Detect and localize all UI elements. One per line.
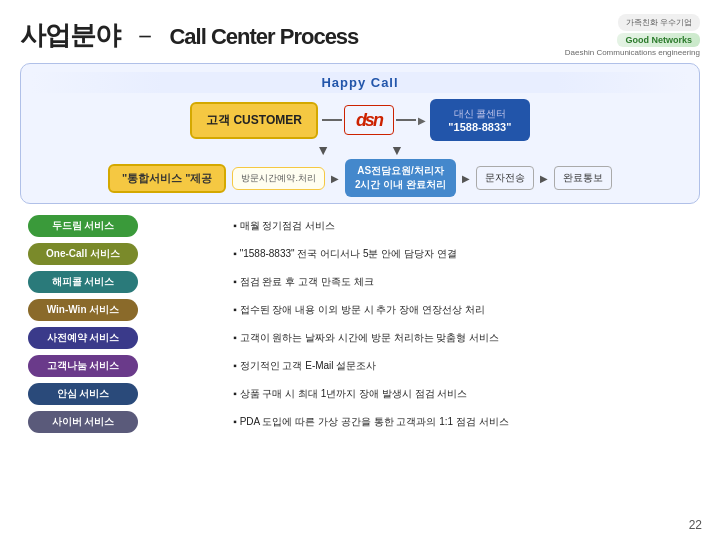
arrow-small: ▶ [331, 173, 339, 184]
visit-label: 방문시간예약.처리 [241, 172, 316, 185]
header: 사업분야 － Call Center Process 가족친화 우수기업 Goo… [20, 14, 700, 57]
service-desc: ▪ 매월 정기점검 서비스 [225, 212, 700, 240]
main-page: 사업분야 － Call Center Process 가족친화 우수기업 Goo… [0, 0, 720, 540]
table-row: One-Call 서비스 ▪ "1588-8833" 전국 어디서나 5분 안에… [20, 240, 700, 268]
line-left [322, 119, 342, 121]
service-desc: ▪ 정기적인 고객 E-Mail 설문조사 [225, 352, 700, 380]
service-desc: ▪ 고객이 원하는 날짜와 시간에 방문 처리하는 맞춤형 서비스 [225, 324, 700, 352]
callcenter-number: "1588-8833" [442, 121, 518, 133]
title-subtitle: Call Center Process [169, 24, 358, 49]
line-right [396, 119, 416, 121]
service-name: One-Call 서비스 [28, 243, 138, 265]
customer-label: 고객 CUSTOMER [206, 112, 302, 129]
good-networks-logo: Good Networks [617, 33, 700, 47]
callcenter-box: 대신 콜센터 "1588-8833" [430, 99, 530, 141]
as-line2: 2시간 이내 완료처리 [355, 178, 446, 192]
title-dash: － [132, 20, 157, 50]
table-row: Win-Win 서비스 ▪ 접수된 장애 내용 이외 방문 시 추가 장애 연장… [20, 296, 700, 324]
as-line1: AS전담요원/처리자 [355, 164, 446, 178]
table-row: 두드림 서비스 ▪ 매월 정기점검 서비스 [20, 212, 700, 240]
service-name: Win-Win 서비스 [28, 299, 138, 321]
wanryo-label: 완료통보 [563, 171, 603, 185]
service-box: "통합서비스 "제공 [108, 164, 227, 193]
down-arrow-left: ▼ [316, 143, 330, 157]
service-name: 사이버 서비스 [28, 411, 138, 433]
wanryo-box: 완료통보 [554, 166, 612, 190]
service-desc: ▪ PDA 도입에 따른 가상 공간을 통한 고객과의 1:1 점검 서비스 [225, 408, 700, 436]
page-number: 22 [689, 518, 702, 532]
table-row: 안심 서비스 ▪ 상품 구매 시 최대 1년까지 장애 발생시 점검 서비스 [20, 380, 700, 408]
down-arrows: ▼ ▼ [31, 143, 689, 157]
service-desc: ▪ 접수된 장애 내용 이외 방문 시 추가 장애 연장선상 처리 [225, 296, 700, 324]
logo-top-label: 가족친화 우수기업 [618, 14, 700, 31]
arrow-row: dsn ▶ [322, 105, 426, 135]
happy-call-container: Happy Call 고객 CUSTOMER dsn ▶ 대신 콜센터 "158… [20, 63, 700, 204]
munja-label: 문자전송 [485, 171, 525, 185]
table-row: 고객나눔 서비스 ▪ 정기적인 고객 E-Mail 설문조사 [20, 352, 700, 380]
table-row: 해피콜 서비스 ▪ 점검 완료 후 고객 만족도 체크 [20, 268, 700, 296]
as-box: AS전담요원/처리자 2시간 이내 완료처리 [345, 159, 456, 197]
visit-time-box: 방문시간예약.처리 [232, 167, 325, 190]
service-name: 사전예약 서비스 [28, 327, 138, 349]
service-name: 두드림 서비스 [28, 215, 138, 237]
service-desc: ▪ 점검 완료 후 고객 만족도 체크 [225, 268, 700, 296]
munja-box: 문자전송 [476, 166, 534, 190]
dsn-text: dsn [356, 110, 382, 131]
service-name: 안심 서비스 [28, 383, 138, 405]
table-row: 사이버 서비스 ▪ PDA 도입에 따른 가상 공간을 통한 고객과의 1:1 … [20, 408, 700, 436]
happy-call-title: Happy Call [31, 72, 689, 93]
service-desc: ▪ 상품 구매 시 최대 1년까지 장애 발생시 점검 서비스 [225, 380, 700, 408]
service-desc: ▪ "1588-8833" 전국 어디서나 5분 안에 담당자 연결 [225, 240, 700, 268]
service-table: 두드림 서비스 ▪ 매월 정기점검 서비스 One-Call 서비스 ▪ "15… [20, 212, 700, 436]
callcenter-label: 대신 콜센터 [442, 107, 518, 121]
logo-area: 가족친화 우수기업 Good Networks Daeshin Communic… [565, 14, 700, 57]
daeshin-label: Daeshin Communications engineering [565, 48, 700, 57]
flow-bottom-row: "통합서비스 "제공 방문시간예약.처리 ▶ AS전담요원/처리자 2시간 이내… [31, 159, 689, 197]
visit-section: 방문시간예약.처리 [232, 167, 325, 190]
down-arrow-right: ▼ [390, 143, 404, 157]
arrow-section: dsn ▶ [322, 105, 426, 135]
arrow-right-icon: ▶ [418, 115, 426, 126]
dsn-logo: dsn [344, 105, 394, 135]
page-title: 사업분야 － Call Center Process [20, 18, 358, 53]
flow-top-row: 고객 CUSTOMER dsn ▶ 대신 콜센터 "1588-8833" [31, 99, 689, 141]
service-name: 해피콜 서비스 [28, 271, 138, 293]
customer-box: 고객 CUSTOMER [190, 102, 318, 139]
service-name: 고객나눔 서비스 [28, 355, 138, 377]
table-row: 사전예약 서비스 ▪ 고객이 원하는 날짜와 시간에 방문 처리하는 맞춤형 서… [20, 324, 700, 352]
title-korean: 사업분야 [20, 20, 120, 50]
service-label: "통합서비스 "제공 [122, 171, 213, 186]
arrow-small3: ▶ [540, 173, 548, 184]
arrow-small2: ▶ [462, 173, 470, 184]
